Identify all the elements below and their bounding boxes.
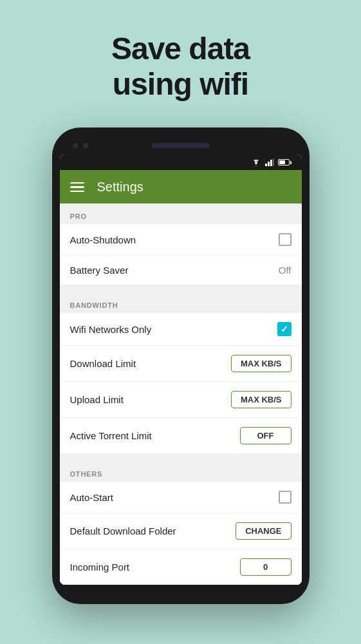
row-incoming-port[interactable]: Incoming Port 0 [60, 549, 302, 585]
status-bar [60, 155, 302, 170]
divider-1 [60, 285, 302, 292]
svg-rect-0 [265, 164, 267, 166]
row-auto-start[interactable]: Auto-Start [60, 482, 302, 513]
menu-icon[interactable] [70, 182, 84, 193]
row-download-limit[interactable]: Download Limit MAX KB/S [60, 346, 302, 382]
row-wifi-networks[interactable]: Wifi Networks Only [60, 313, 302, 346]
app-bar-title: Settings [97, 180, 143, 194]
app-bar: Settings [60, 170, 302, 204]
phone-top-bar [60, 137, 302, 155]
section-header-bandwidth: BANDWIDTH [60, 292, 302, 313]
upload-limit-label: Upload Limit [70, 394, 124, 405]
upload-limit-button[interactable]: MAX KB/S [231, 391, 292, 408]
pro-group: Auto-Shutdown Battery Saver Off [60, 224, 302, 285]
battery-icon [278, 159, 292, 166]
auto-shutdown-label: Auto-Shutdown [70, 234, 136, 245]
hero-title: Save data using wifi [111, 31, 250, 102]
auto-start-label: Auto-Start [70, 492, 114, 503]
torrent-limit-label: Active Torrent Limit [70, 430, 152, 441]
download-limit-button[interactable]: MAX KB/S [231, 355, 292, 372]
download-folder-button[interactable]: CHANGE [236, 522, 291, 540]
download-folder-label: Default Download Folder [70, 526, 176, 536]
battery-saver-value: Off [279, 265, 292, 276]
camera-area [73, 143, 88, 148]
incoming-port-label: Incoming Port [70, 562, 130, 573]
auto-start-checkbox[interactable] [279, 491, 292, 504]
row-upload-limit[interactable]: Upload Limit MAX KB/S [60, 382, 302, 418]
section-header-others: OTHERS [60, 461, 302, 482]
wifi-networks-label: Wifi Networks Only [70, 324, 152, 335]
torrent-limit-button[interactable]: OFF [240, 427, 292, 444]
svg-rect-2 [270, 160, 272, 166]
divider-2 [60, 453, 302, 461]
phone-screen: Settings PRO Auto-Shutdown Battery Saver… [60, 155, 302, 585]
svg-rect-1 [268, 162, 270, 166]
phone-mockup: Settings PRO Auto-Shutdown Battery Saver… [52, 128, 310, 604]
camera-dot-2 [83, 143, 88, 148]
wifi-networks-checkbox[interactable] [277, 322, 292, 336]
camera-dot-1 [73, 143, 78, 148]
speaker-bar [152, 143, 210, 148]
svg-rect-3 [273, 158, 274, 166]
bandwidth-group: Wifi Networks Only Download Limit MAX KB… [60, 313, 302, 453]
row-auto-shutdown[interactable]: Auto-Shutdown [60, 224, 302, 256]
row-download-folder[interactable]: Default Download Folder CHANGE [60, 513, 302, 549]
download-limit-label: Download Limit [70, 358, 136, 369]
wifi-icon [251, 158, 261, 166]
auto-shutdown-checkbox[interactable] [279, 233, 292, 246]
row-battery-saver[interactable]: Battery Saver Off [60, 256, 302, 285]
battery-saver-label: Battery Saver [70, 265, 129, 276]
row-torrent-limit[interactable]: Active Torrent Limit OFF [60, 418, 302, 453]
others-group: Auto-Start Default Download Folder CHANG… [60, 482, 302, 585]
section-header-pro: PRO [60, 204, 302, 224]
settings-content: PRO Auto-Shutdown Battery Saver Off BAND… [60, 204, 302, 585]
incoming-port-button[interactable]: 0 [240, 558, 292, 576]
signal-icon [265, 158, 274, 166]
